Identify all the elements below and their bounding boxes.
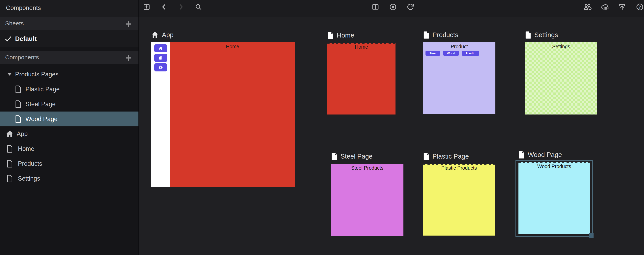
frame-steel-page-label[interactable]: Steel Page	[331, 151, 404, 161]
add-frame-button[interactable]	[142, 2, 152, 12]
home-icon	[158, 46, 163, 51]
page-icon	[15, 100, 22, 108]
frame-products-label[interactable]: Products	[423, 30, 496, 40]
page-icon	[423, 153, 429, 160]
forward-button[interactable]	[176, 2, 186, 12]
tree-item-label: Plastic Page	[26, 86, 60, 93]
frame-name: Steel Page	[340, 153, 372, 160]
check-icon	[4, 35, 12, 43]
search-button[interactable]	[194, 2, 204, 12]
add-frame-icon	[143, 3, 150, 11]
sheet-item-label: Default	[15, 35, 36, 42]
tree-group-products-pages[interactable]: Products Pages	[0, 67, 138, 82]
wood-page-canvas[interactable]: Wood Products	[518, 162, 590, 234]
tree-item-products[interactable]: Products	[0, 156, 138, 171]
tree-item-steel-page[interactable]: Steel Page	[0, 97, 138, 112]
page-title: Home	[327, 43, 396, 50]
frame-wood-page: Wood Page Wood Products	[516, 150, 593, 237]
frame-wood-page-label[interactable]: Wood Page	[518, 150, 593, 160]
frame-home-label[interactable]: Home	[327, 30, 396, 40]
frame-plastic-page-label[interactable]: Plastic Page	[423, 151, 495, 161]
refresh-button[interactable]	[406, 2, 415, 12]
sidebar-divider[interactable]	[138, 0, 139, 255]
tree-item-plastic-page[interactable]: Plastic Page	[0, 82, 138, 97]
page-icon	[518, 151, 524, 159]
add-sheet-button[interactable]	[124, 20, 133, 28]
tree-item-label: Steel Page	[26, 101, 56, 108]
plastic-button[interactable]: Plastic	[462, 51, 479, 56]
frame-name: Wood Page	[528, 151, 562, 159]
app-nav-pages-button[interactable]	[154, 54, 167, 62]
tree-item-app[interactable]: App	[0, 126, 138, 141]
tree-item-label: Wood Page	[26, 115, 58, 123]
back-button[interactable]	[159, 2, 169, 12]
resize-handle[interactable]	[589, 233, 594, 238]
plastic-page-canvas[interactable]: Plastic Products	[423, 164, 495, 236]
help-button[interactable]: ?	[635, 2, 644, 12]
frame-home: Home Home	[327, 30, 396, 114]
page-title: Home	[170, 42, 295, 49]
caret-down-icon[interactable]	[8, 73, 12, 76]
frame-products: Products Product Steel Wood Plastic	[423, 30, 496, 114]
tree-item-label: Settings	[18, 175, 40, 182]
stop-icon	[389, 3, 397, 11]
products-page-canvas[interactable]: Product Steel Wood Plastic	[423, 42, 496, 114]
tree-item-wood-page[interactable]: Wood Page	[0, 112, 138, 126]
selection-outline: Wood Products	[516, 160, 593, 237]
topbar: Components	[0, 0, 644, 17]
home-icon	[151, 31, 159, 39]
frame-settings-label[interactable]: Settings	[525, 30, 597, 40]
split-view-icon	[372, 3, 380, 11]
frame-name: App	[162, 31, 174, 39]
frame-settings: Settings Settings	[525, 30, 597, 114]
settings-page-canvas[interactable]: Settings	[525, 42, 597, 114]
page-icon	[6, 175, 13, 182]
cloud-sync-button[interactable]	[600, 2, 610, 12]
page-title: Settings	[525, 42, 597, 49]
frame-name: Home	[337, 31, 354, 39]
home-page-canvas[interactable]: Home	[327, 43, 396, 114]
page-icon	[331, 153, 337, 160]
tree-item-label: App	[17, 130, 28, 138]
sheet-item-default[interactable]: Default	[0, 30, 138, 47]
upload-button[interactable]	[617, 2, 627, 12]
page-icon	[15, 115, 22, 123]
wood-button[interactable]: Wood	[443, 51, 459, 56]
upload-icon	[618, 3, 626, 11]
frame-app: App	[151, 30, 295, 187]
tree-item-settings[interactable]: Settings	[0, 171, 138, 186]
app-nav-settings-button[interactable]	[154, 63, 167, 71]
tree-item-label: Products	[18, 160, 42, 167]
tree-item-label: Home	[18, 145, 34, 152]
frame-plastic-page: Plastic Page Plastic Products	[423, 151, 495, 236]
frame-steel-page: Steel Page Steel Products	[331, 151, 404, 236]
app-content-area[interactable]: Home	[170, 42, 295, 187]
steel-button[interactable]: Steel	[426, 51, 440, 56]
app-canvas[interactable]: Home	[151, 42, 295, 187]
search-icon	[194, 3, 202, 11]
sidebar-title: Components	[6, 0, 41, 17]
tree-item-home[interactable]: Home	[0, 141, 138, 156]
gear-icon	[158, 65, 163, 70]
app-nav-home-button[interactable]	[154, 44, 167, 52]
stop-button[interactable]	[388, 2, 398, 12]
sheets-header-label: Sheets	[5, 17, 24, 30]
page-icon	[423, 31, 429, 39]
frame-app-label[interactable]: App	[151, 30, 295, 40]
steel-page-canvas[interactable]: Steel Products	[331, 164, 404, 236]
split-view-button[interactable]	[370, 2, 380, 12]
app-nav-sidebar	[151, 42, 170, 187]
frame-name: Products	[432, 31, 458, 39]
chevron-left-icon	[160, 3, 168, 11]
page-icon	[525, 31, 531, 39]
page-title: Product	[423, 42, 496, 49]
product-buttons-row: Steel Wood Plastic	[426, 51, 496, 56]
help-icon: ?	[636, 3, 644, 11]
page-title: Wood Products	[518, 162, 590, 169]
app-designer: { "topbar": { "title": "Components", "to…	[0, 0, 644, 255]
sidebar: Sheets Default Components Products Pages…	[0, 17, 138, 255]
page-icon	[15, 85, 22, 93]
frame-name: Settings	[534, 31, 558, 39]
users-button[interactable]	[582, 2, 592, 12]
add-component-button[interactable]	[124, 54, 133, 62]
